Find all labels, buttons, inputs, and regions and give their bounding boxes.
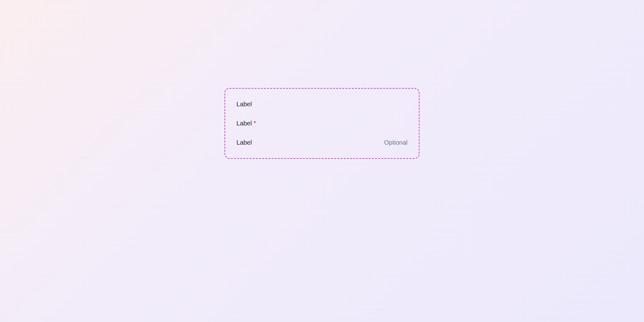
label-text-value: Label: [236, 120, 252, 127]
optional-suffix: Optional: [384, 139, 408, 146]
label-row-optional: Label Optional: [236, 139, 408, 146]
label-row-required: Label *: [236, 120, 408, 127]
label-examples-container: Label Label * Label Optional: [225, 88, 419, 159]
required-asterisk-icon: *: [254, 120, 256, 126]
label-row-basic: Label: [236, 101, 408, 108]
label-text: Label *: [236, 120, 256, 127]
label-text: Label: [236, 139, 252, 146]
label-text: Label: [236, 101, 252, 108]
